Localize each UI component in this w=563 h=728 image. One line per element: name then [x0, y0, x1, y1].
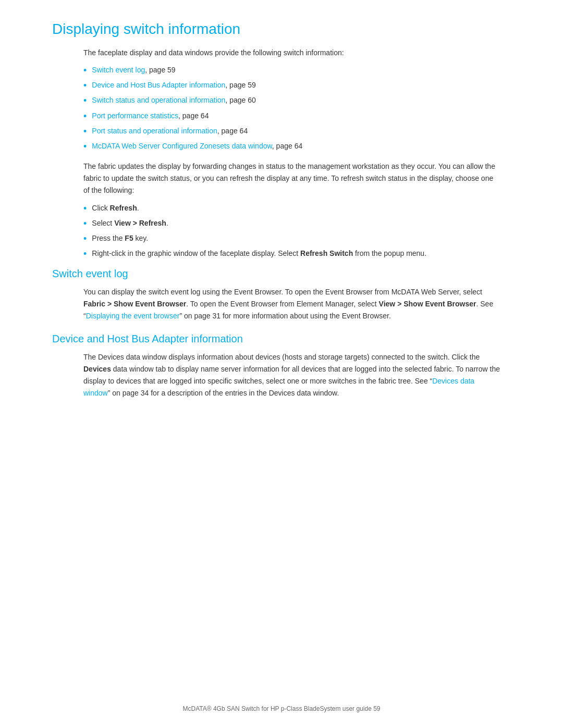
- switch-event-log-title: Switch event log: [52, 268, 532, 280]
- switch-event-log-content: You can display the switch event log usi…: [83, 286, 500, 322]
- footer-text: McDATA® 4Gb SAN Switch for HP p-Class Bl…: [183, 705, 381, 712]
- list-item: • Switch event log, page 59: [83, 64, 500, 77]
- bullet-dot: •: [83, 79, 87, 92]
- list-item: • Press the F5 key.: [83, 232, 500, 245]
- bullet-dot: •: [83, 125, 87, 138]
- list-item: • Port status and operational informatio…: [83, 125, 500, 138]
- list-item-text: McDATA Web Server Configured Zonesets da…: [92, 140, 302, 152]
- bullet-dot: •: [83, 202, 87, 215]
- bullet-dot: •: [83, 64, 87, 77]
- list-item-text: Device and Host Bus Adapter information,…: [92, 79, 255, 91]
- fabric-update-text: The fabric updates the display by forwar…: [83, 161, 500, 196]
- intro-text: The faceplate display and data windows p…: [83, 47, 500, 59]
- list-item-text: Select View > Refresh.: [92, 217, 168, 229]
- bullet-dot: •: [83, 248, 87, 261]
- list-item-text: Port status and operational information,…: [92, 125, 248, 137]
- link-switch-status[interactable]: Switch status and operational informatio…: [92, 96, 225, 104]
- list-item: • Port performance statistics, page 64: [83, 110, 500, 123]
- switch-event-log-paragraph: You can display the switch event log usi…: [83, 286, 500, 322]
- link-switch-event-log[interactable]: Switch event log: [92, 66, 145, 74]
- device-hba-paragraph: The Devices data window displays informa…: [83, 351, 500, 399]
- device-hba-title: Device and Host Bus Adapter information: [52, 333, 532, 345]
- list-item-text: Switch status and operational informatio…: [92, 94, 255, 106]
- list-item-text: Switch event log, page 59: [92, 64, 175, 76]
- bullet-dot: •: [83, 232, 87, 245]
- device-hba-section: Device and Host Bus Adapter information …: [31, 333, 532, 399]
- link-devices-data-window[interactable]: Devices data window: [83, 377, 474, 397]
- bullet-link-list: • Switch event log, page 59 • Device and…: [83, 64, 500, 153]
- bullet-dot: •: [83, 217, 87, 230]
- switch-event-log-section: Switch event log You can display the swi…: [31, 268, 532, 322]
- page-title: Displaying switch information: [52, 21, 532, 38]
- list-item: • Device and Host Bus Adapter informatio…: [83, 79, 500, 92]
- device-hba-content: The Devices data window displays informa…: [83, 351, 500, 399]
- list-item-text: Press the F5 key.: [92, 232, 148, 244]
- intro-paragraph: The faceplate display and data windows p…: [83, 47, 500, 261]
- link-displaying-event-browser[interactable]: Displaying the event browser: [86, 312, 180, 320]
- page-footer: McDATA® 4Gb SAN Switch for HP p-Class Bl…: [0, 705, 563, 712]
- link-device-hba[interactable]: Device and Host Bus Adapter information: [92, 81, 225, 89]
- bullet-dot: •: [83, 110, 87, 123]
- bullet-dot: •: [83, 94, 87, 107]
- list-item: • Select View > Refresh.: [83, 217, 500, 230]
- bullet-dot: •: [83, 140, 87, 153]
- link-port-status[interactable]: Port status and operational information: [92, 127, 217, 135]
- refresh-bullet-list: • Click Refresh. • Select View > Refresh…: [83, 202, 500, 261]
- list-item: • McDATA Web Server Configured Zonesets …: [83, 140, 500, 153]
- list-item-text: Click Refresh.: [92, 202, 139, 214]
- link-mcdata-zonesets[interactable]: McDATA Web Server Configured Zonesets da…: [92, 142, 272, 150]
- list-item: • Switch status and operational informat…: [83, 94, 500, 107]
- link-port-performance[interactable]: Port performance statistics: [92, 112, 178, 120]
- list-item: • Click Refresh.: [83, 202, 500, 215]
- list-item: • Right-click in the graphic window of t…: [83, 248, 500, 261]
- list-item-text: Right-click in the graphic window of the…: [92, 248, 426, 259]
- list-item-text: Port performance statistics, page 64: [92, 110, 209, 121]
